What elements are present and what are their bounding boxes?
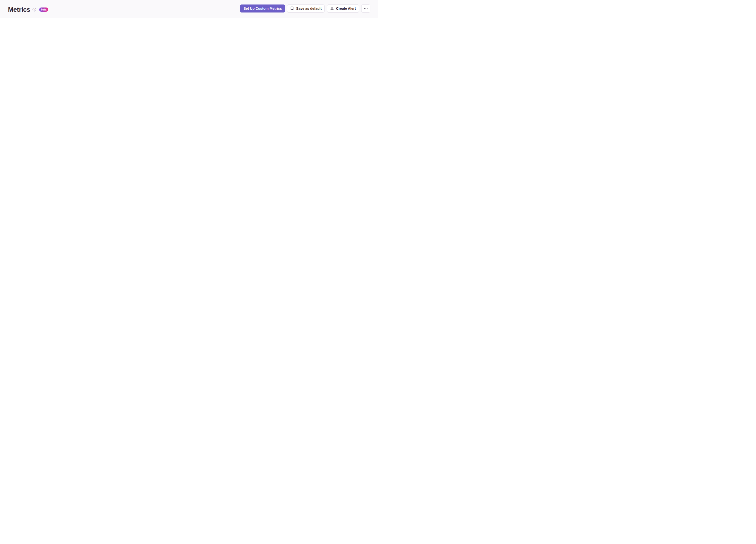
svg-text:?: ? <box>34 8 35 11</box>
